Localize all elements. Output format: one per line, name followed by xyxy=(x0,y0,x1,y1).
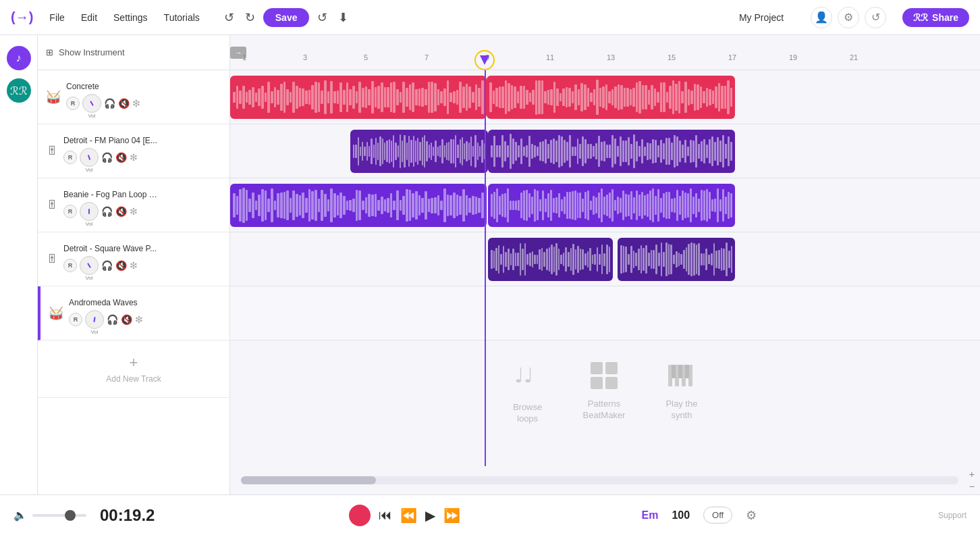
project-title: My Project xyxy=(739,12,784,23)
ruler-21: 21 xyxy=(850,53,858,61)
track-header-square-wave: 🎚 Detroit - Square Wave P... R Vol 🎧 🔇 ❇ xyxy=(38,232,229,286)
volume-icon: 🔈 xyxy=(13,509,27,521)
headphone-icon-square-wave[interactable]: 🎧 xyxy=(101,260,113,271)
redo-button[interactable]: ↻ xyxy=(242,7,258,28)
ruler-19: 19 xyxy=(789,53,797,61)
far-left-sidebar: ♪ ℛℛ xyxy=(0,35,38,494)
rec-btn-andromeda[interactable]: R xyxy=(69,313,82,326)
volume-slider[interactable] xyxy=(32,514,86,517)
track-row-fog-pan xyxy=(230,178,980,232)
svg-rect-2 xyxy=(605,362,618,374)
collab-button[interactable]: 👤 xyxy=(811,7,832,28)
menu-settings[interactable]: Settings xyxy=(113,12,148,23)
mute-icon-andromeda[interactable]: 🔇 xyxy=(121,314,132,325)
scrollbar-thumb[interactable] xyxy=(241,476,376,484)
avatar-icon[interactable]: ℛℛ xyxy=(7,78,31,103)
track-block-concrete-1[interactable] xyxy=(230,76,487,119)
svg-rect-3 xyxy=(591,377,603,389)
vol-knob-andromeda[interactable]: Vol xyxy=(85,310,104,329)
zoom-in-button[interactable]: + xyxy=(969,469,975,480)
timeline-area: → 1 3 5 7 9 11 13 15 17 19 21 xyxy=(230,35,980,494)
track-block-fm-piano-2[interactable] xyxy=(488,130,735,173)
undo-button[interactable]: ↺ xyxy=(221,7,237,28)
show-instrument-bar[interactable]: ⊞ Show Instrument xyxy=(38,35,229,70)
track-block-square-wave-1[interactable] xyxy=(488,238,613,281)
headphone-icon-fm-piano[interactable]: 🎧 xyxy=(101,152,113,163)
settings-icon-button[interactable]: ⚙ xyxy=(838,7,859,28)
menu-edit[interactable]: Edit xyxy=(81,12,97,23)
skip-start-button[interactable]: ⏮ xyxy=(379,507,392,523)
track-header-andromeda: 🥁 Andromeda Waves R Vol 🎧 🔇 ❇ xyxy=(38,286,229,340)
track-name-andromeda: Andromeda Waves xyxy=(69,298,163,307)
add-new-track-area[interactable]: + Add New Track xyxy=(38,340,229,398)
download-button[interactable]: ⬇ xyxy=(335,7,351,28)
fx-icon-andromeda[interactable]: ❇ xyxy=(135,314,143,325)
share-button[interactable]: ℛℛ Share xyxy=(902,8,969,27)
save-button[interactable]: Save xyxy=(263,8,310,27)
vol-knob-fog-pan[interactable]: Vol xyxy=(80,202,99,221)
mute-icon-fm-piano[interactable]: 🔇 xyxy=(115,152,127,163)
bpm-display: 100 xyxy=(672,509,690,521)
fast-forward-button[interactable]: ⏩ xyxy=(443,507,460,524)
beatmaker-label: PatternsBeatMaker xyxy=(583,399,626,422)
menu-file[interactable]: File xyxy=(49,12,65,23)
rec-btn-fog-pan[interactable]: R xyxy=(63,205,77,218)
track-controls-fm-piano: R Vol 🎧 🔇 ❇ xyxy=(63,148,221,167)
ruler-1: 1 xyxy=(242,53,246,61)
track-block-square-wave-2[interactable] xyxy=(618,238,735,281)
ruler-5: 5 xyxy=(364,53,368,61)
vol-knob-concrete[interactable]: Vol xyxy=(82,94,101,113)
rec-btn-square-wave[interactable]: R xyxy=(63,259,77,272)
horizontal-scrollbar[interactable] xyxy=(241,476,958,484)
tools-area: ♩♩ Browseloops Patter xyxy=(230,340,980,462)
track-row-square-wave xyxy=(230,232,980,286)
headphone-icon-andromeda[interactable]: 🎧 xyxy=(107,314,118,325)
mute-icon-square-wave[interactable]: 🔇 xyxy=(115,260,127,271)
record-button[interactable] xyxy=(349,505,371,526)
ruler-17: 17 xyxy=(728,53,736,61)
menu-tutorials[interactable]: Tutorials xyxy=(164,12,200,23)
settings-gear-button[interactable]: ⚙ xyxy=(746,508,757,523)
fx-icon-concrete[interactable]: ❇ xyxy=(132,98,140,109)
mute-icon-concrete[interactable]: 🔇 xyxy=(118,98,130,109)
history-button[interactable]: ↺ xyxy=(865,7,886,28)
headphone-icon-fog-pan[interactable]: 🎧 xyxy=(101,206,113,217)
fx-icon-fog-pan[interactable]: ❇ xyxy=(130,206,138,217)
wave-bars-fog-pan-1 xyxy=(233,184,484,227)
menu-bar: File Edit Settings Tutorials xyxy=(49,12,199,23)
track-info-andromeda: Andromeda Waves R Vol 🎧 🔇 ❇ xyxy=(69,298,221,329)
audio-icon-square-wave: 🎚 xyxy=(46,252,58,266)
play-button[interactable]: ▶ xyxy=(425,507,435,524)
zoom-out-button[interactable]: − xyxy=(969,481,975,492)
track-header-fm-piano: 🎚 Detroit - FM Piano 04 [E... R Vol 🎧 🔇 … xyxy=(38,124,229,178)
vol-knob-fm-piano[interactable]: Vol xyxy=(80,148,99,167)
headphone-icon-concrete[interactable]: 🎧 xyxy=(104,98,115,109)
time-display: 00:19.2 xyxy=(100,506,167,525)
show-instrument-label: Show Instrument xyxy=(59,47,125,57)
volume-thumb[interactable] xyxy=(65,510,76,521)
play-synth-tool[interactable]: Play thesynth xyxy=(665,361,697,422)
music-note-icon[interactable]: ♪ xyxy=(7,46,31,70)
rewind-button[interactable]: ⏪ xyxy=(400,507,417,524)
browse-loops-tool[interactable]: ♩♩ Browseloops xyxy=(513,361,543,425)
waveform-square-wave-2 xyxy=(618,238,735,281)
vol-knob-square-wave[interactable]: Vol xyxy=(80,256,99,275)
reset-button[interactable]: ↺ xyxy=(315,7,330,28)
track-block-fog-pan-2[interactable] xyxy=(488,184,735,227)
track-name-square-wave: Detroit - Square Wave P... xyxy=(63,244,158,253)
scrollbar-area: + − xyxy=(230,466,980,494)
patterns-beatmaker-tool[interactable]: PatternsBeatMaker xyxy=(583,361,626,422)
logo[interactable]: (→) xyxy=(11,9,33,25)
track-row-concrete xyxy=(230,70,980,124)
fx-icon-square-wave[interactable]: ❇ xyxy=(130,260,138,271)
track-block-fog-pan-1[interactable] xyxy=(230,184,487,227)
track-block-fm-piano-1[interactable] xyxy=(350,130,488,173)
rec-btn-concrete[interactable]: R xyxy=(66,97,80,110)
mute-icon-fog-pan[interactable]: 🔇 xyxy=(115,206,127,217)
off-button[interactable]: Off xyxy=(703,507,732,524)
fx-icon-fm-piano[interactable]: ❇ xyxy=(130,152,138,163)
svg-rect-9 xyxy=(672,365,676,378)
track-block-concrete-2[interactable] xyxy=(487,76,735,119)
rec-btn-fm-piano[interactable]: R xyxy=(63,151,77,164)
svg-rect-4 xyxy=(605,377,618,389)
